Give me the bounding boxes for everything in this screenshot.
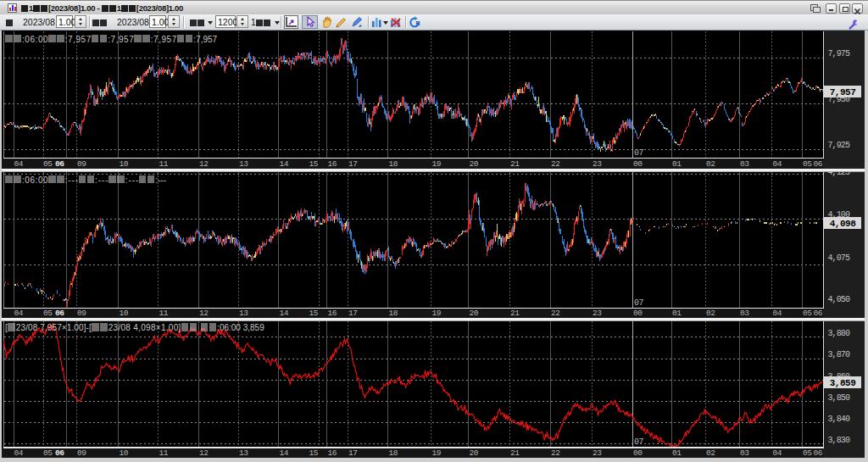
svg-text::---: :--- [95,175,108,185]
svg-text:05: 05 [43,309,53,318]
svg-text:05: 05 [43,448,53,458]
svg-text:7,957: 7,957 [830,87,856,97]
svg-text:06: 06 [55,159,64,169]
svg-text:21: 21 [510,448,520,458]
svg-text:06: 06 [814,159,823,169]
svg-text:01: 01 [672,309,682,318]
svg-text:01: 01 [672,159,682,169]
svg-text::7,957: :7,957 [193,35,217,44]
svg-text:09: 09 [77,159,86,169]
svg-text:00: 00 [633,309,643,318]
svg-text:19: 19 [432,448,442,458]
svg-text:15: 15 [309,159,319,169]
svg-text:22: 22 [551,448,560,458]
svg-text:14: 14 [280,448,289,458]
svg-text:04: 04 [773,159,782,169]
svg-text:05: 05 [803,448,812,458]
svg-text:20: 20 [470,159,479,169]
svg-text:11: 11 [159,309,169,318]
svg-text:03: 03 [740,159,749,169]
svg-text:18: 18 [389,309,398,318]
svg-text:16: 16 [328,448,337,458]
svg-text:10: 10 [120,448,129,458]
svg-text:07: 07 [634,437,644,447]
svg-text:15: 15 [309,448,319,458]
svg-text:06: 06 [814,309,823,318]
svg-text:[: [ [5,323,8,332]
svg-text:21: 21 [510,159,520,169]
svg-text:06: 06 [55,309,64,318]
svg-text:3,830: 3,830 [828,436,850,445]
svg-text:4,098: 4,098 [830,219,856,229]
svg-text:00: 00 [633,448,643,458]
svg-text:00: 00 [633,159,643,169]
svg-text:23/08 7,957×1.00]-[: 23/08 7,957×1.00]-[ [16,323,92,332]
svg-text::06:00: :06:00 [22,35,48,44]
svg-text:01: 01 [672,448,682,458]
svg-text:07: 07 [634,298,644,308]
svg-text:12: 12 [199,309,209,318]
svg-text:06: 06 [55,448,64,458]
svg-text:22: 22 [551,159,560,169]
svg-text:09: 09 [77,448,86,458]
svg-text:R: R [416,20,420,26]
svg-text:20: 20 [470,448,479,458]
svg-text:04: 04 [773,448,782,458]
svg-text:18: 18 [389,159,398,169]
svg-text:10: 10 [120,309,129,318]
svg-text::06:00: :06:00 [22,175,48,185]
svg-text:11: 11 [159,159,169,169]
svg-text:03: 03 [740,309,749,318]
svg-text:05: 05 [803,159,812,169]
svg-text:15: 15 [309,309,319,318]
svg-text:22: 22 [551,309,560,318]
svg-text:04: 04 [14,159,24,169]
svg-text::---: :--- [65,175,79,185]
svg-text:04: 04 [14,309,24,318]
svg-text:4,075: 4,075 [828,253,850,263]
svg-text::06:00 3,859: :06:00 3,859 [217,323,264,332]
svg-text:7,975: 7,975 [828,49,850,58]
svg-text:7,925: 7,925 [828,141,850,150]
svg-text:04: 04 [14,448,24,458]
svg-text:17: 17 [348,159,358,169]
svg-text:4,050: 4,050 [828,295,850,304]
svg-text:02: 02 [706,159,715,169]
svg-text:11: 11 [159,448,169,458]
svg-text:13: 13 [239,309,248,318]
svg-text:23/08 4,098×1.00]: 23/08 4,098×1.00] [108,323,181,332]
svg-text::---: :--- [155,175,166,185]
svg-text::7,957: :7,957 [108,35,134,44]
svg-text:3,850: 3,850 [828,393,850,403]
svg-text:07: 07 [634,148,644,158]
svg-text:19: 19 [432,159,442,169]
svg-text:3,870: 3,870 [828,350,850,359]
svg-text:10: 10 [120,159,129,169]
svg-text:02: 02 [706,448,715,458]
svg-text:02: 02 [706,309,715,318]
svg-text:12: 12 [199,159,209,169]
svg-text:17: 17 [348,309,358,318]
svg-text:20: 20 [470,309,479,318]
svg-text::7,957: :7,957 [65,35,92,44]
svg-text:18: 18 [389,448,398,458]
svg-text:14: 14 [280,159,289,169]
svg-text:19: 19 [432,309,442,318]
svg-text:3,880: 3,880 [828,329,850,338]
svg-text:21: 21 [510,309,520,318]
svg-text:14: 14 [280,309,289,318]
svg-text::---: :--- [125,175,139,185]
svg-text:3,859: 3,859 [830,378,856,388]
svg-text:12: 12 [199,448,209,458]
svg-text:23: 23 [593,159,602,169]
svg-text::7,957: :7,957 [151,35,177,44]
svg-text:13: 13 [239,159,248,169]
svg-text:17: 17 [348,448,358,458]
svg-text:09: 09 [77,309,86,318]
svg-text:13: 13 [239,448,248,458]
svg-text:3,840: 3,840 [828,415,850,424]
svg-text:23: 23 [593,448,602,458]
svg-text:23: 23 [593,309,602,318]
svg-text:16: 16 [328,309,337,318]
svg-text:03: 03 [740,448,749,458]
